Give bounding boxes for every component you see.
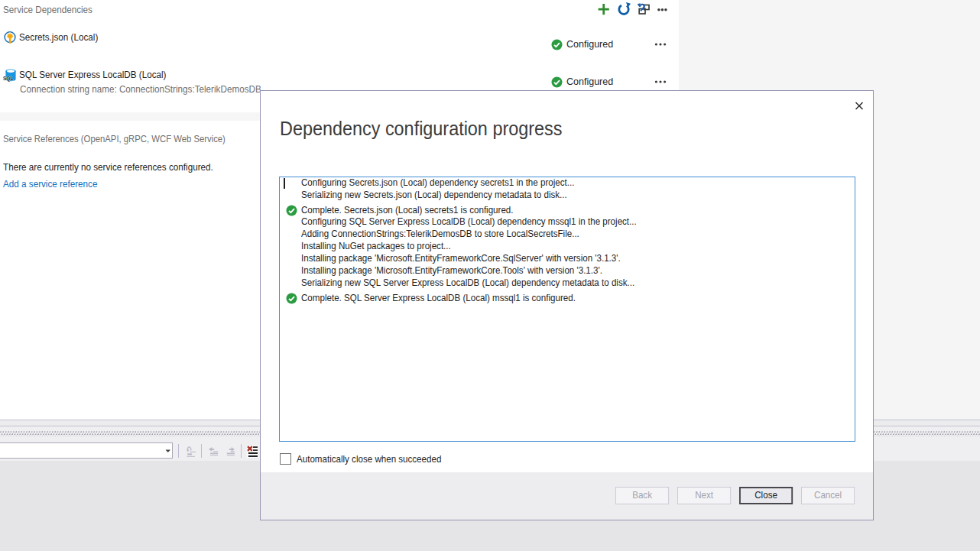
svg-text:SQL: SQL (3, 76, 13, 82)
